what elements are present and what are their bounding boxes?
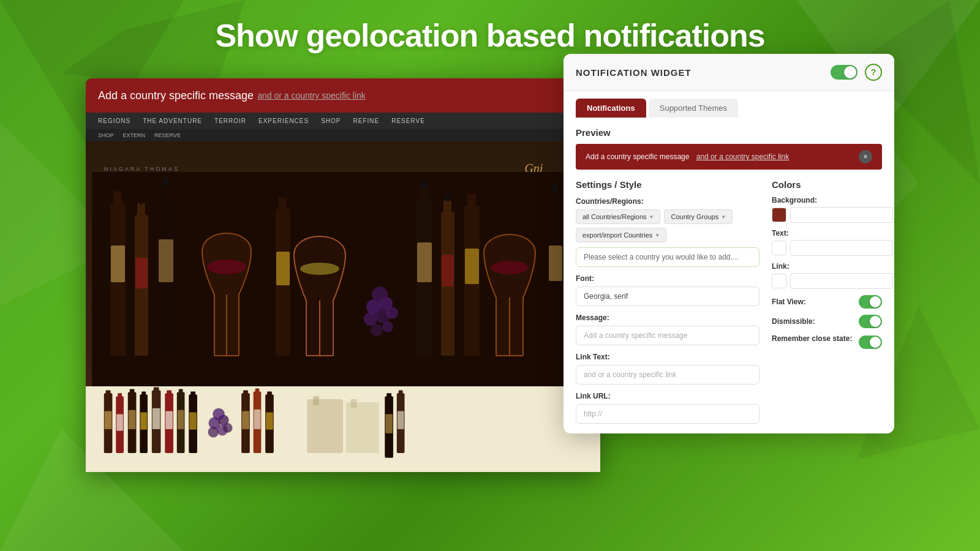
country-groups-btn[interactable]: Country Groups bbox=[664, 209, 733, 224]
link-color-input[interactable]: #ffffff bbox=[790, 273, 893, 289]
svg-point-89 bbox=[208, 427, 219, 438]
widget-header: NOTIFICATION WIDGET ? bbox=[564, 54, 894, 91]
flat-view-toggle[interactable] bbox=[859, 295, 882, 309]
svg-rect-94 bbox=[242, 411, 249, 429]
countries-buttons-area: all Countries/Regions Country Groups exp… bbox=[576, 209, 760, 242]
bg-color-swatch[interactable] bbox=[772, 208, 786, 222]
toggle-thumb bbox=[844, 66, 856, 78]
all-countries-btn[interactable]: all Countries/Regions bbox=[576, 209, 660, 224]
svg-rect-79 bbox=[165, 411, 173, 429]
text-color-swatch[interactable] bbox=[772, 241, 786, 255]
widget-body: Preview Add a country specific message a… bbox=[564, 118, 894, 433]
svg-rect-110 bbox=[398, 411, 404, 429]
remember-close-toggle-thumb bbox=[870, 337, 881, 348]
svg-rect-64 bbox=[105, 411, 112, 429]
svg-point-36 bbox=[386, 307, 398, 319]
help-icon[interactable]: ? bbox=[865, 64, 882, 81]
dismissible-label: Dismissible: bbox=[772, 317, 815, 326]
notif-main-text: Add a country specific message bbox=[98, 89, 254, 102]
text-color-row: #ffffff bbox=[772, 240, 882, 256]
svg-point-38 bbox=[382, 321, 393, 332]
svg-rect-104 bbox=[351, 399, 357, 408]
text-color-input[interactable]: #ffffff bbox=[790, 240, 893, 256]
message-label: Message: bbox=[576, 313, 760, 322]
svg-rect-46 bbox=[442, 255, 454, 287]
svg-rect-100 bbox=[266, 413, 273, 430]
page-title: Show geolocation based notifications bbox=[0, 17, 980, 54]
wine-strip-svg bbox=[98, 386, 588, 466]
widget-panel: NOTIFICATION WIDGET ? Notifications Supp… bbox=[564, 54, 894, 433]
svg-rect-85 bbox=[189, 413, 197, 430]
link-color-swatch[interactable] bbox=[772, 274, 786, 288]
widget-tabs: Notifications Supported Themes bbox=[564, 91, 894, 118]
svg-point-88 bbox=[213, 408, 225, 421]
svg-rect-70 bbox=[129, 410, 136, 429]
svg-rect-16 bbox=[135, 258, 148, 288]
link-color-row: #ffffff bbox=[772, 273, 882, 289]
link-url-input[interactable] bbox=[576, 404, 760, 424]
svg-point-53 bbox=[491, 261, 529, 274]
widget-enable-toggle[interactable] bbox=[831, 65, 858, 80]
settings-column: Settings / Style Countries/Regions: all … bbox=[576, 179, 760, 424]
svg-rect-78 bbox=[167, 390, 172, 394]
preview-bar-text: Add a country specific message and or a … bbox=[586, 152, 789, 161]
dismissible-toggle[interactable] bbox=[859, 315, 882, 328]
nav-item: RESERVE bbox=[391, 118, 425, 124]
svg-rect-93 bbox=[243, 390, 248, 394]
nav-item: TERROIR bbox=[214, 118, 246, 124]
svg-rect-69 bbox=[130, 389, 135, 394]
dismissible-toggle-thumb bbox=[870, 316, 881, 327]
font-select[interactable]: Georgia, serif bbox=[576, 287, 760, 306]
svg-point-37 bbox=[371, 324, 383, 336]
wine-hero-area: SHOP EXTERN RESERVE GniNa fratha NIAGARA… bbox=[86, 129, 600, 386]
preview-close-btn[interactable]: × bbox=[859, 150, 872, 163]
nav-item: THE ADVENTURE bbox=[143, 118, 202, 124]
svg-rect-99 bbox=[267, 391, 272, 395]
nav-item: EXPERIENCES bbox=[258, 118, 309, 124]
svg-rect-106 bbox=[386, 393, 391, 397]
link-text-input[interactable] bbox=[576, 365, 760, 384]
svg-rect-10 bbox=[113, 190, 122, 206]
svg-rect-20 bbox=[159, 239, 173, 282]
toggle-track[interactable] bbox=[831, 65, 858, 80]
svg-point-30 bbox=[300, 263, 339, 275]
widget-header-controls: ? bbox=[831, 64, 882, 81]
font-label: Font: bbox=[576, 274, 760, 283]
dismissible-row: Dismissible: bbox=[772, 315, 882, 328]
preview-bar: Add a country specific message and or a … bbox=[576, 144, 882, 170]
bg-color-input[interactable]: #80281c bbox=[790, 207, 893, 223]
preview-label: Preview bbox=[576, 127, 882, 138]
svg-rect-103 bbox=[346, 402, 379, 453]
wine-bottles-illustration bbox=[92, 172, 594, 386]
countries-label: Countries/Regions: bbox=[576, 197, 760, 206]
export-import-btn[interactable]: export/import Countries bbox=[576, 228, 666, 242]
preview-bar-main-text: Add a country specific message bbox=[586, 152, 689, 161]
svg-rect-41 bbox=[422, 181, 427, 189]
tab-notifications[interactable]: Notifications bbox=[576, 99, 646, 118]
svg-rect-101 bbox=[307, 399, 343, 453]
svg-rect-56 bbox=[553, 184, 557, 192]
svg-rect-107 bbox=[385, 414, 393, 433]
svg-rect-45 bbox=[445, 194, 450, 201]
svg-point-33 bbox=[372, 287, 388, 302]
tab-supported-themes[interactable]: Supported Themes bbox=[649, 99, 738, 118]
svg-rect-81 bbox=[179, 389, 183, 394]
notif-link-text: and or a country specific link bbox=[257, 91, 366, 100]
country-select[interactable]: Please select a country you would like t… bbox=[576, 247, 760, 267]
svg-rect-11 bbox=[115, 184, 120, 192]
fake-website-nav: REGIONS THE ADVENTURE TERROIR EXPERIENCE… bbox=[86, 113, 600, 129]
link-url-label: Link URL: bbox=[576, 392, 760, 400]
message-input[interactable] bbox=[576, 326, 760, 345]
svg-rect-84 bbox=[190, 391, 195, 395]
svg-rect-40 bbox=[420, 187, 429, 201]
svg-point-91 bbox=[223, 423, 233, 433]
widget-title: NOTIFICATION WIDGET bbox=[576, 67, 692, 78]
remember-close-row: Remember close state: bbox=[772, 334, 882, 349]
svg-rect-25 bbox=[279, 197, 287, 210]
svg-rect-48 bbox=[467, 193, 476, 207]
remember-close-toggle[interactable] bbox=[859, 335, 882, 349]
svg-rect-12 bbox=[111, 246, 125, 282]
flat-view-row: Flat View: bbox=[772, 295, 882, 309]
svg-rect-97 bbox=[254, 410, 261, 429]
text-color-label: Text: bbox=[772, 229, 882, 238]
